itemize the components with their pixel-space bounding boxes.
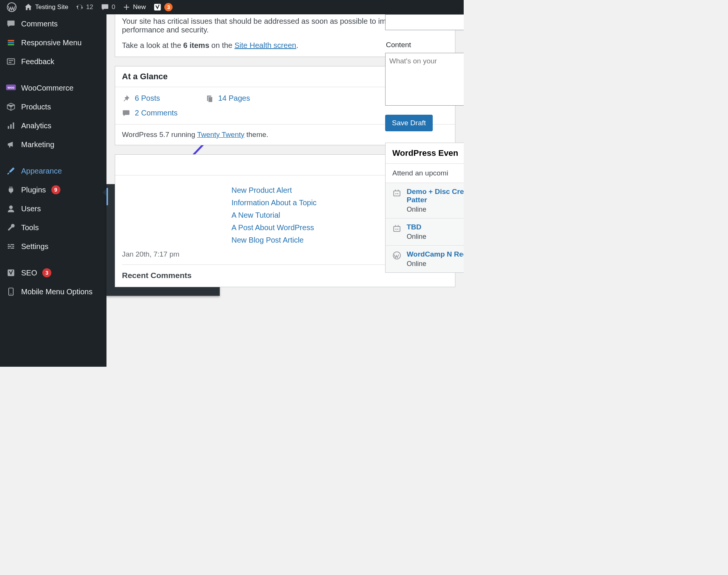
event-title: Demo + Disc Creating and Block Patter [407,188,464,204]
new-content[interactable]: New [119,0,150,14]
menu-label: Products [21,103,51,111]
menu-label: Mobile Menu Options [21,288,93,296]
svg-rect-10 [13,123,14,129]
pages-icon [205,94,214,103]
menu-label: Comments [21,20,58,28]
menu-mobile-menu-options[interactable]: Mobile Menu Options [0,282,106,301]
yoast-link[interactable]: 3 [150,0,176,14]
updates-link[interactable]: 12 [72,0,97,14]
wordpress-icon [7,2,17,12]
svg-rect-18 [394,191,400,196]
flyout-pointer [103,189,106,196]
glance-posts[interactable]: 6 Posts [122,94,160,103]
event-title: WordCamp N Region [407,250,464,258]
menu-label: Marketing [21,140,54,149]
event-location: Online [407,260,464,268]
comment-icon [122,109,130,117]
svg-rect-12 [8,269,14,276]
svg-point-22 [395,229,396,230]
event-location: Online [407,206,464,214]
new-label: New [133,3,146,11]
menu-appearance[interactable]: Appearance [0,161,106,180]
event-location: Online [407,233,426,241]
menu-comments[interactable]: Comments [0,14,106,33]
menu-label: Analytics [21,121,51,130]
yoast-icon [6,268,16,278]
svg-rect-5 [7,59,14,64]
activity-link[interactable]: Information About a Topic [231,198,316,207]
glance-pages[interactable]: 14 Pages [205,94,250,103]
menu-seo[interactable]: SEO 3 [0,263,106,282]
save-draft-button[interactable]: Save Draft [385,115,433,131]
yoast-badge: 3 [164,3,173,11]
menu-label: WooCommerce [21,84,74,92]
svg-rect-17 [208,97,212,102]
user-icon [6,204,16,214]
quickdraft-content-textarea[interactable] [385,53,464,106]
right-column: Content Save Draft WordPress Even Attend… [385,14,464,273]
brush-icon [6,166,16,176]
activity-link[interactable]: New Product Alert [231,186,316,195]
seo-badge: 3 [42,268,51,277]
activity-link[interactable]: New Blog Post Article [231,236,316,244]
updates-count: 12 [86,3,93,11]
svg-rect-3 [8,42,14,43]
svg-rect-1 [154,4,161,11]
comment-icon [101,3,109,11]
quickdraft-title-input[interactable] [385,14,464,30]
event-title: TBD [407,223,426,231]
menu-label: SEO [21,269,37,277]
svg-rect-2 [8,40,14,42]
home-icon [24,3,32,11]
menu-products[interactable]: Products [0,97,106,116]
menu-settings[interactable]: Settings [0,237,106,256]
megaphone-icon [6,140,16,149]
theme-link[interactable]: Twenty Twenty [197,131,244,138]
svg-point-14 [11,294,11,294]
admin-bar: Testing Site 12 0 New 3 [0,0,464,14]
wordcamp-icon [392,250,401,268]
analytics-icon [6,121,16,131]
wp-logo[interactable] [3,0,20,14]
event-item[interactable]: WordCamp N Region Online [386,245,464,272]
menu-label: Feedback [21,57,54,66]
menu-users[interactable]: Users [0,199,106,218]
products-icon [6,102,16,112]
menu-label: Plugins [21,186,46,194]
panel-title: WordPress Even [386,143,464,164]
meetup-icon [392,188,401,214]
menu-plugins[interactable]: Plugins 9 [0,180,106,199]
menu-label: Responsive Menu [21,38,82,47]
site-health-link[interactable]: Site Health screen [234,41,296,49]
menu-label: Tools [21,223,39,232]
activity-list: New Product Alert Information About a To… [231,182,316,258]
svg-rect-21 [394,226,400,231]
panel-title [122,160,124,170]
sliders-icon [6,241,16,251]
site-name: Testing Site [35,3,68,11]
menu-woocommerce[interactable]: woo WooCommerce [0,78,106,97]
activity-link[interactable]: A New Tutorial [231,211,316,220]
comments-count: 0 [112,3,115,11]
svg-rect-4 [8,44,14,46]
svg-point-23 [397,229,398,230]
menu-marketing[interactable]: Marketing [0,135,106,154]
menu-label: Appearance [21,167,62,175]
panel-title: At a Glance [122,72,168,81]
wrench-icon [6,223,16,232]
event-item[interactable]: Demo + Disc Creating and Block Patter On… [386,183,464,218]
event-item[interactable]: TBD Online [386,218,464,245]
site-home[interactable]: Testing Site [20,0,72,14]
plugins-badge: 9 [51,185,60,194]
events-panel: WordPress Even Attend an upcomi Demo + D… [385,143,464,273]
activity-link[interactable]: A Post About WordPress [231,223,316,232]
mobile-icon [6,287,16,297]
meetup-icon [392,223,401,241]
menu-label: Users [21,204,41,213]
comments-link[interactable]: 0 [97,0,119,14]
menu-responsive-menu[interactable]: Responsive Menu [0,33,106,52]
menu-tools[interactable]: Tools [0,218,106,237]
menu-analytics[interactable]: Analytics [0,116,106,135]
menu-feedback[interactable]: Feedback [0,52,106,71]
events-intro: Attend an upcomi [386,164,464,183]
